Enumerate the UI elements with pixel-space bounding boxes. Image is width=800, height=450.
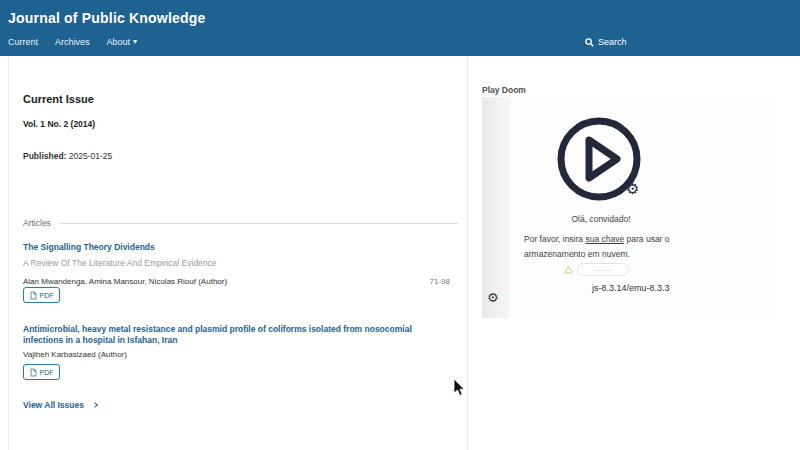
article-pages: 71-98 [408,277,450,286]
file-icon [30,291,37,300]
published-label: Published: [23,151,66,161]
current-issue-heading: Current Issue [23,93,94,105]
nav-about[interactable]: About▾ [107,37,138,47]
gear-icon[interactable]: ⚙ [626,181,639,196]
article-authors: Alan Mwandenga, Amina Mansour, Nicolas R… [23,277,227,286]
chevron-down-icon: ▾ [133,37,137,46]
emulator-side-strip: ⚙ [482,97,510,318]
site-header: Journal of Public Knowledge Current Arch… [0,0,800,56]
doom-emulator-widget: ⚙ ⚙ Olá, convidado! Por favor, insira su… [482,97,772,318]
sidebar-block-title: Play Doom [482,85,526,95]
key-input-row: ----- [564,263,629,276]
emulator-greeting: Olá, convidado! [571,214,630,224]
message-text: Por favor, insira [524,234,585,244]
nav-archives[interactable]: Archives [55,37,90,47]
key-link[interactable]: sua chave [585,234,624,244]
published-date: 2025-01-25 [66,151,112,161]
search-button[interactable]: Search [585,37,627,47]
article-title-link[interactable]: The Signalling Theory Dividends [23,242,453,253]
file-icon [30,368,37,377]
pdf-button[interactable]: PDF [23,364,60,380]
nav-current[interactable]: Current [8,37,38,47]
view-all-issues-label: View All Issues [23,400,84,410]
pdf-label: PDF [40,369,54,376]
article-subtitle: A Review Of The Literature And Empirical… [23,258,217,268]
search-icon [585,38,594,47]
article-authors: Vajiheh Karbasizaed (Author) [23,350,127,359]
key-input[interactable]: ----- [577,263,629,276]
view-all-issues-link[interactable]: View All Issues [23,400,97,410]
emulator-message: Por favor, insira sua chave para usar o … [524,232,684,262]
search-label: Search [598,37,627,47]
primary-nav: Current Archives About▾ [8,37,137,47]
published-line: Published: 2025-01-25 [23,151,112,161]
pdf-button[interactable]: PDF [23,287,60,303]
content-sidebar-divider [467,56,468,450]
articles-section-header: Articles [23,218,458,228]
journal-title: Journal of Public Knowledge [8,10,206,26]
articles-section-rule [59,223,458,224]
article-title-link[interactable]: Antimicrobial, heavy metal resistance an… [23,324,453,346]
issue-volume: Vol. 1 No. 2 (2014) [23,119,95,129]
emulator-version: js-8.3.14/emu-8.3.3 [592,283,670,293]
chevron-right-icon [92,402,98,408]
gear-icon[interactable]: ⚙ [487,291,499,304]
warning-icon [564,265,573,274]
pdf-label: PDF [40,292,54,299]
articles-section-label: Articles [23,218,51,228]
